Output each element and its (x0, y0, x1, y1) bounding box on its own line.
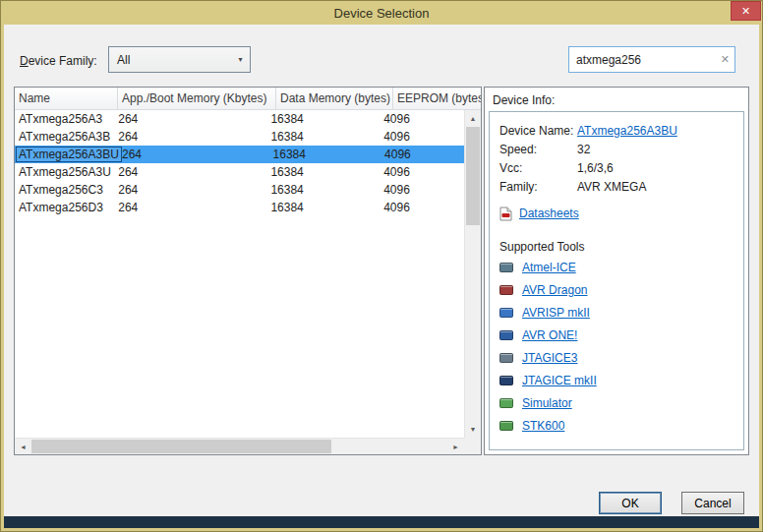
cell-app-boot-memory: 264 (114, 130, 266, 144)
scroll-right-icon[interactable]: ► (447, 439, 464, 454)
table-row[interactable]: ATxmega256A3B264163844096 (15, 128, 464, 146)
tool-item: Atmel-ICE (499, 256, 737, 278)
cell-data-memory: 16384 (266, 165, 380, 179)
tool-link[interactable]: Simulator (522, 396, 572, 410)
cell-app-boot-memory: 264 (114, 201, 266, 214)
cell-name: ATxmega256A3U (15, 165, 114, 179)
close-icon: ✕ (741, 5, 750, 17)
cell-app-boot-memory: 264 (118, 148, 269, 161)
field-speed: Speed: 32 (499, 140, 737, 158)
scroll-up-icon[interactable]: ▲ (465, 110, 481, 127)
jtagice-mkii-icon (499, 376, 513, 385)
device-family-label: Device Family: (20, 54, 97, 68)
tool-item: AVR ONE! (499, 324, 737, 346)
device-family-value: All (117, 53, 130, 67)
window-title: Device Selection (1, 6, 762, 21)
table-row[interactable]: ATxmega256C3264163844096 (15, 181, 464, 199)
cell-data-memory: 16384 (269, 148, 382, 161)
cell-data-memory: 16384 (266, 183, 380, 197)
table-body: ATxmega256A3264163844096ATxmega256A3B264… (15, 110, 464, 438)
cell-app-boot-memory: 264 (114, 183, 266, 197)
device-info-panel: Device Info: Device Name: ATxmega256A3BU… (484, 87, 749, 455)
device-info-heading: Device Info: (493, 93, 555, 107)
clear-search-icon[interactable]: ✕ (721, 53, 730, 66)
tool-item: JTAGICE mkII (499, 369, 737, 391)
cell-data-memory: 16384 (266, 201, 380, 214)
device-info-box: Device Name: ATxmega256A3BU Speed: 32 Vc… (489, 111, 744, 450)
cell-app-boot-memory: 264 (114, 165, 266, 179)
horizontal-scrollbar[interactable]: ◄ ► (15, 438, 464, 454)
tool-item: AVRISP mkII (499, 301, 737, 324)
search-input[interactable] (576, 51, 712, 68)
pdf-icon (499, 207, 512, 221)
supported-tools-heading: Supported Tools (499, 238, 737, 256)
footer-strip (4, 516, 759, 528)
ok-button[interactable]: OK (599, 492, 662, 514)
search-box: ✕ (568, 46, 735, 73)
tool-item: JTAGICE3 (499, 346, 737, 369)
tool-item: AVR Dragon (499, 278, 737, 301)
cancel-button[interactable]: Cancel (681, 492, 744, 514)
column-header[interactable]: Name (15, 88, 118, 109)
field-label: Device Name: (499, 124, 577, 138)
device-table: NameApp./Boot Memory (Kbytes)Data Memory… (14, 87, 482, 455)
scroll-down-icon[interactable]: ▼ (465, 421, 481, 438)
column-header[interactable]: EEPROM (bytes) (393, 88, 481, 109)
cell-eeprom: 4096 (380, 112, 464, 126)
table-row[interactable]: ATxmega256A3264163844096 (15, 110, 464, 128)
cell-data-memory: 16384 (266, 112, 380, 126)
column-header[interactable]: Data Memory (bytes) (276, 88, 393, 109)
cell-name: ATxmega256D3 (15, 201, 114, 214)
table-row[interactable]: ATxmega256A3U264163844096 (15, 163, 464, 181)
table-row[interactable]: ATxmega256D3264163844096 (15, 199, 464, 216)
tool-item: STK600 (499, 414, 737, 437)
field-label: Family: (499, 180, 577, 194)
cell-name: ATxmega256A3B (15, 130, 114, 144)
cell-eeprom: 4096 (380, 201, 464, 214)
cell-app-boot-memory: 264 (114, 112, 266, 126)
vertical-scrollbar[interactable]: ▲ ▼ (464, 110, 481, 438)
avr-dragon-icon (499, 285, 513, 295)
cell-name: ATxmega256A3BU (15, 147, 118, 162)
cell-name: ATxmega256C3 (15, 183, 114, 197)
tool-item: Simulator (499, 391, 737, 414)
cell-data-memory: 16384 (266, 130, 380, 144)
field-device-name: Device Name: ATxmega256A3BU (499, 121, 737, 140)
datasheets-link[interactable]: Datasheets (519, 207, 579, 220)
field-label: Vcc: (499, 161, 577, 175)
stk600-icon (499, 421, 513, 431)
device-selection-window: Device Selection ✕ Device Family: All ▾ … (0, 0, 763, 532)
horizontal-scrollbar-thumb[interactable] (31, 440, 331, 453)
tool-link[interactable]: Atmel-ICE (522, 261, 576, 274)
chevron-down-icon: ▾ (231, 47, 250, 72)
jtagice3-icon (499, 353, 513, 363)
tool-link[interactable]: AVRISP mkII (522, 306, 590, 320)
tool-link[interactable]: JTAGICE3 (522, 351, 577, 365)
datasheets-row: Datasheets (499, 203, 737, 224)
field-value: AVR XMEGA (577, 180, 646, 194)
device-name-link[interactable]: ATxmega256A3BU (577, 124, 677, 138)
scroll-left-icon[interactable]: ◄ (15, 439, 31, 454)
tool-link[interactable]: JTAGICE mkII (522, 374, 597, 387)
titlebar[interactable]: Device Selection ✕ (1, 1, 762, 25)
scrollbar-corner (464, 438, 481, 454)
avrisp-mkii-icon (499, 308, 513, 318)
tool-link[interactable]: AVR ONE! (522, 328, 577, 342)
field-family: Family: AVR XMEGA (499, 177, 737, 196)
simulator-icon (499, 398, 513, 408)
vertical-scrollbar-thumb[interactable] (466, 127, 480, 225)
cell-name: ATxmega256A3 (15, 112, 114, 126)
table-header: NameApp./Boot Memory (Kbytes)Data Memory… (15, 88, 481, 110)
column-header[interactable]: App./Boot Memory (Kbytes) (118, 88, 276, 109)
device-family-dropdown[interactable]: All ▾ (108, 46, 251, 73)
close-button[interactable]: ✕ (731, 1, 761, 21)
field-label: Speed: (499, 143, 577, 156)
focused-cell-box: ATxmega256A3BU (16, 147, 122, 162)
tool-link[interactable]: AVR Dragon (522, 283, 587, 297)
cell-eeprom: 4096 (381, 148, 464, 161)
table-row[interactable]: ATxmega256A3BU264163844096 (15, 146, 464, 163)
tool-link[interactable]: STK600 (522, 419, 564, 433)
supported-tools-list: Atmel-ICEAVR DragonAVRISP mkIIAVR ONE!JT… (499, 256, 737, 437)
field-vcc: Vcc: 1,6/3,6 (499, 158, 737, 177)
field-value: 1,6/3,6 (577, 161, 614, 175)
